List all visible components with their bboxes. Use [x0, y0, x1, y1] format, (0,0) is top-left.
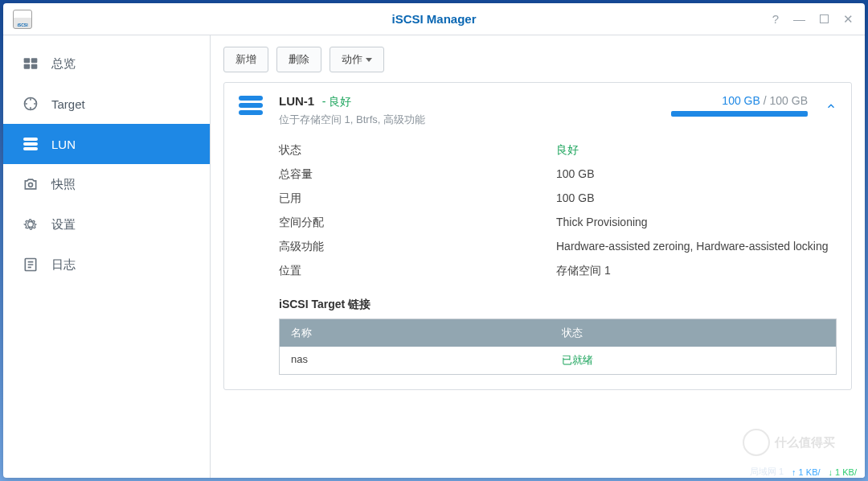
sidebar-item-label: Target	[51, 97, 85, 111]
capacity-bar	[671, 111, 808, 117]
svg-rect-2	[24, 64, 31, 69]
table-row[interactable]: nas 已就绪	[280, 347, 836, 374]
overview-icon	[23, 56, 39, 72]
detail-row: 总容量100 GB	[279, 162, 837, 187]
lun-card-header: LUN-1 - 良好 位于存储空间 1, Btrfs, 高级功能 100 GB …	[239, 94, 837, 127]
app-title: iSCSI Manager	[3, 12, 865, 26]
svg-rect-0	[24, 58, 31, 63]
collapse-toggle[interactable]	[825, 101, 837, 114]
targets-table: 名称 状态 nas 已就绪	[279, 319, 837, 375]
sidebar-item-overview[interactable]: 总览	[3, 43, 210, 84]
capacity-total: / 100 GB	[760, 94, 808, 107]
log-icon	[23, 257, 39, 273]
actions-button[interactable]: 动作	[330, 47, 384, 72]
sidebar-item-label: LUN	[51, 138, 76, 151]
camera-icon	[23, 176, 39, 192]
lun-status-header: - 良好	[322, 95, 352, 108]
sidebar-item-log[interactable]: 日志	[3, 245, 210, 285]
target-icon	[23, 96, 39, 112]
tray-interface: 局域网 1	[750, 466, 784, 478]
col-status: 状态	[551, 319, 836, 347]
lun-disk-icon	[239, 96, 266, 118]
target-name: nas	[280, 347, 551, 374]
target-status: 已就绪	[551, 347, 836, 374]
lun-details: 状态良好 总容量100 GB 已用100 GB 空间分配Thick Provis…	[279, 138, 837, 283]
app-window: iSCSI Manager ? — ✕ 总览 Target	[3, 3, 865, 478]
actions-label: 动作	[342, 52, 362, 67]
delete-button[interactable]: 删除	[276, 47, 321, 72]
toolbar: 新增 删除 动作	[223, 47, 852, 72]
lun-card: LUN-1 - 良好 位于存储空间 1, Btrfs, 高级功能 100 GB …	[223, 82, 852, 390]
sidebar-item-lun[interactable]: LUN	[3, 124, 210, 164]
lun-name: LUN-1	[279, 94, 314, 108]
titlebar: iSCSI Manager ? — ✕	[3, 3, 865, 35]
capacity-summary: 100 GB / 100 GB	[671, 94, 808, 117]
lun-subtitle: 位于存储空间 1, Btrfs, 高级功能	[279, 113, 425, 127]
detail-row: 状态良好	[279, 138, 837, 162]
capacity-used: 100 GB	[722, 94, 760, 107]
add-button[interactable]: 新增	[223, 47, 268, 72]
sidebar-item-label: 日志	[51, 257, 76, 273]
sidebar-item-label: 总览	[51, 56, 76, 72]
targets-section-title: iSCSI Target 链接	[279, 298, 837, 312]
svg-point-5	[29, 183, 33, 187]
lun-icon	[23, 136, 39, 152]
sidebar-item-settings[interactable]: 设置	[3, 204, 210, 245]
svg-rect-3	[31, 64, 38, 69]
window-body: 总览 Target LUN 快照	[3, 35, 865, 478]
sidebar-item-snapshot[interactable]: 快照	[3, 164, 210, 204]
gear-icon	[23, 216, 39, 232]
detail-row: 位置存储空间 1	[279, 259, 837, 283]
targets-table-head: 名称 状态	[280, 319, 836, 347]
tray-down: ↓ 1 KB/	[829, 467, 857, 477]
col-name: 名称	[280, 319, 551, 347]
sidebar-item-label: 快照	[51, 177, 76, 192]
sidebar-item-target[interactable]: Target	[3, 84, 210, 124]
tray-up: ↑ 1 KB/	[792, 467, 820, 477]
detail-row: 已用100 GB	[279, 187, 837, 211]
detail-row: 高级功能Hardware-assisted zeroing, Hardware-…	[279, 235, 837, 259]
sidebar: 总览 Target LUN 快照	[3, 35, 211, 478]
detail-row: 空间分配Thick Provisioning	[279, 211, 837, 235]
main-panel: 新增 删除 动作 LUN-1 - 良好	[211, 35, 865, 478]
system-tray: 局域网 1 ↑ 1 KB/ ↓ 1 KB/	[750, 466, 857, 478]
sidebar-item-label: 设置	[51, 217, 76, 232]
svg-rect-1	[31, 58, 38, 63]
chevron-down-icon	[366, 58, 372, 62]
